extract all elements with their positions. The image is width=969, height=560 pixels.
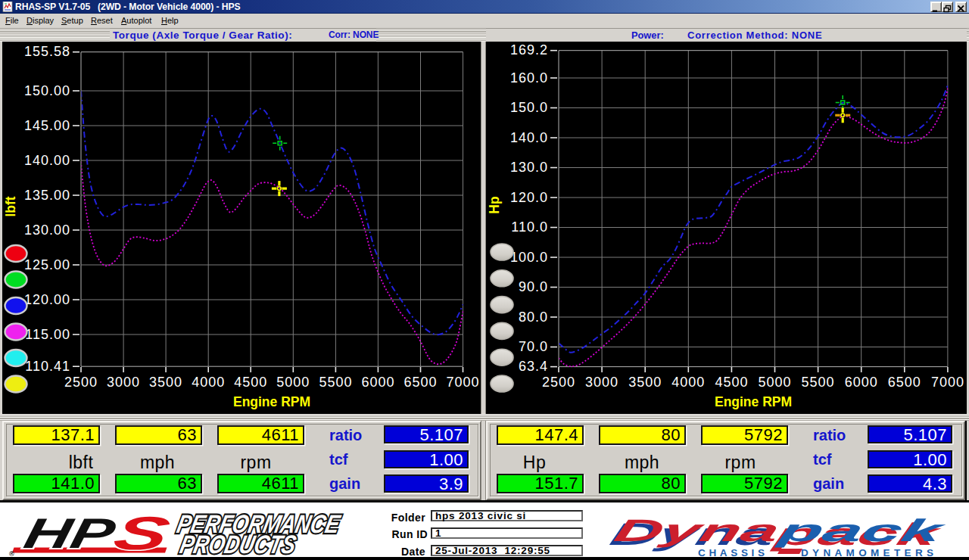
svg-text:155.58: 155.58 xyxy=(24,44,70,59)
svg-text:115.00: 115.00 xyxy=(25,327,70,342)
svg-text:CHASSIS: CHASSIS xyxy=(698,547,769,558)
svg-text:®: ® xyxy=(9,550,14,558)
svg-text:3000: 3000 xyxy=(585,375,618,390)
svg-text:140.0: 140.0 xyxy=(510,130,548,145)
svg-text:lbft: lbft xyxy=(3,196,18,216)
svg-text:4000: 4000 xyxy=(671,375,705,390)
svg-text:5500: 5500 xyxy=(319,375,352,390)
svg-text:150.0: 150.0 xyxy=(510,100,548,115)
svg-text:80.0: 80.0 xyxy=(519,310,548,325)
svg-text:125.00: 125.00 xyxy=(24,257,70,272)
svg-text:130.00: 130.00 xyxy=(24,222,70,238)
svg-text:4500: 4500 xyxy=(715,375,748,390)
svg-text:140.00: 140.00 xyxy=(24,153,70,168)
svg-text:120.0: 120.0 xyxy=(510,190,548,205)
svg-text:3000: 3000 xyxy=(107,375,140,390)
svg-text:PRODUCTS: PRODUCTS xyxy=(177,530,298,558)
svg-text:Engine RPM: Engine RPM xyxy=(233,394,310,409)
svg-text:135.00: 135.00 xyxy=(24,188,70,203)
svg-text:63.4: 63.4 xyxy=(519,359,548,374)
svg-text:2500: 2500 xyxy=(542,375,575,390)
svg-text:4500: 4500 xyxy=(234,375,267,390)
svg-text:5500: 5500 xyxy=(802,375,835,390)
svg-text:90.0: 90.0 xyxy=(519,279,548,294)
svg-text:3500: 3500 xyxy=(628,375,662,390)
svg-text:145.00: 145.00 xyxy=(24,118,70,133)
svg-text:70.0: 70.0 xyxy=(519,339,548,354)
svg-text:DYNAMOMETERS: DYNAMOMETERS xyxy=(801,547,937,558)
svg-text:2500: 2500 xyxy=(64,375,98,390)
svg-text:Hp: Hp xyxy=(487,196,502,213)
svg-text:7000: 7000 xyxy=(446,375,479,390)
svg-text:6000: 6000 xyxy=(845,375,878,390)
svg-text:110.0: 110.0 xyxy=(511,219,548,235)
svg-text:pack: pack xyxy=(774,513,949,548)
svg-text:160.0: 160.0 xyxy=(510,70,548,86)
svg-text:100.0: 100.0 xyxy=(510,250,548,265)
svg-text:6000: 6000 xyxy=(361,375,394,390)
svg-text:5000: 5000 xyxy=(758,375,791,390)
svg-text:4000: 4000 xyxy=(192,375,225,390)
svg-text:HP: HP xyxy=(20,509,120,557)
svg-text:130.0: 130.0 xyxy=(510,160,548,175)
svg-text:Engine RPM: Engine RPM xyxy=(715,394,792,409)
svg-text:6500: 6500 xyxy=(888,375,921,390)
svg-text:Dyna: Dyna xyxy=(611,513,784,548)
svg-text:3500: 3500 xyxy=(149,375,182,390)
svg-text:120.00: 120.00 xyxy=(24,292,70,307)
svg-text:110.41: 110.41 xyxy=(25,359,70,374)
svg-text:7000: 7000 xyxy=(931,375,964,390)
svg-text:5000: 5000 xyxy=(276,375,310,390)
svg-text:169.2: 169.2 xyxy=(510,42,548,58)
svg-text:150.00: 150.00 xyxy=(24,83,70,98)
svg-text:6500: 6500 xyxy=(403,375,437,390)
